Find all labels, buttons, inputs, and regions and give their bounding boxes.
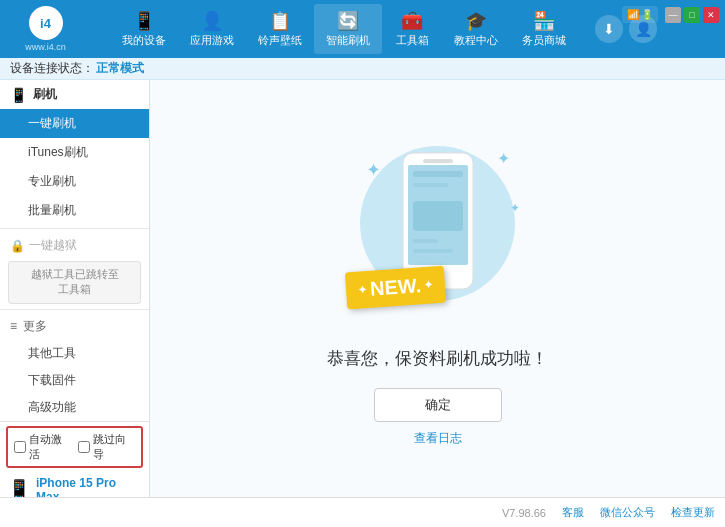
check-update-link[interactable]: 检查更新 (671, 505, 715, 520)
logo-text: i4 (40, 16, 51, 31)
confirm-button-label: 确定 (425, 397, 451, 412)
checkbox-row: 自动激活 跳过向导 (6, 426, 143, 468)
nav-bar: 📱 我的设备 👤 应用游戏 📋 铃声壁纸 🔄 智能刷机 🧰 工具箱 🎓 教程中心… (93, 4, 595, 54)
skip-guide-label: 跳过向导 (93, 432, 136, 462)
sparkle-right-icon: ✦ (510, 201, 520, 215)
svg-rect-7 (413, 239, 438, 243)
minimize-btn[interactable]: — (665, 7, 681, 23)
window-icons-row: 📶 🔋 (622, 6, 658, 23)
more-section-label: 更多 (23, 318, 47, 335)
tutorials-icon: 🎓 (465, 10, 487, 32)
disabled-jailbreak-label: 一键越狱 (29, 237, 77, 254)
sidebar-item-pro-flash[interactable]: 专业刷机 (0, 167, 149, 196)
battery-icon: 🔋 (641, 9, 653, 20)
version-label: V7.98.66 (502, 507, 546, 519)
logo-area: i4 www.i4.cn (8, 6, 83, 52)
auto-activate-checkbox-label[interactable]: 自动激活 (14, 432, 72, 462)
svg-rect-2 (423, 159, 453, 163)
toolbox-icon: 🧰 (401, 10, 423, 32)
log-link[interactable]: 查看日志 (414, 430, 462, 447)
customer-service-link[interactable]: 客服 (562, 505, 584, 520)
sidebar-item-one-click-flash[interactable]: 一键刷机 (0, 109, 149, 138)
sidebar-item-download-firmware[interactable]: 下载固件 (0, 367, 149, 394)
log-link-label: 查看日志 (414, 431, 462, 445)
device-phone-icon: 📱 (8, 478, 30, 497)
sidebar-notice: 越狱工具已跳转至工具箱 (8, 261, 141, 304)
flash-section-icon: 📱 (10, 87, 27, 103)
confirm-button[interactable]: 确定 (374, 388, 502, 422)
sidebar-item-advanced[interactable]: 高级功能 (0, 394, 149, 421)
main-layout: 📱 刷机 一键刷机 iTunes刷机 专业刷机 批量刷机 🔒 一键越狱 越狱工具… (0, 80, 725, 497)
download-btn[interactable]: ⬇ (595, 15, 623, 43)
wechat-label: 微信公众号 (600, 506, 655, 518)
sidebar-item-batch-flash[interactable]: 批量刷机 (0, 196, 149, 225)
toolbox-label: 工具箱 (396, 33, 429, 48)
advanced-label: 高级功能 (28, 400, 76, 414)
logo-circle: i4 (29, 6, 63, 40)
status-label: 设备连接状态： (10, 60, 94, 77)
device-name: iPhone 15 Pro Max (36, 476, 141, 497)
one-click-flash-label: 一键刷机 (28, 116, 76, 130)
itunes-flash-label: iTunes刷机 (28, 145, 88, 159)
ringtones-label: 铃声壁纸 (258, 33, 302, 48)
sidebar-disabled-jailbreak: 🔒 一键越狱 (0, 232, 149, 259)
apps-games-icon: 👤 (201, 10, 223, 32)
skip-guide-checkbox-label[interactable]: 跳过向导 (78, 432, 136, 462)
pro-flash-label: 专业刷机 (28, 174, 76, 188)
sidebar-more-section: ≡ 更多 (0, 313, 149, 340)
new-badge: ✦ NEW. ✦ (344, 265, 445, 309)
logo-url: www.i4.cn (25, 42, 66, 52)
ringtones-icon: 📋 (269, 10, 291, 32)
lock-icon: 🔒 (10, 239, 25, 253)
new-badge-text: NEW. (369, 274, 422, 301)
sidebar: 📱 刷机 一键刷机 iTunes刷机 专业刷机 批量刷机 🔒 一键越狱 越狱工具… (0, 80, 150, 497)
device-item: 📱 iPhone 15 Pro Max 512GB iPhone (0, 472, 149, 497)
nav-item-service[interactable]: 🏪 务员商城 (510, 4, 578, 54)
customer-service-label: 客服 (562, 506, 584, 518)
check-update-label: 检查更新 (671, 506, 715, 518)
sidebar-divider-2 (0, 309, 149, 310)
svg-rect-6 (413, 201, 463, 231)
status-mode: 正常模式 (96, 60, 144, 77)
svg-rect-5 (413, 183, 448, 187)
status-bar: 设备连接状态： 正常模式 (0, 58, 725, 80)
more-section-icon: ≡ (10, 319, 17, 333)
wifi-icon: 📶 (627, 9, 639, 20)
smart-flash-label: 智能刷机 (326, 33, 370, 48)
auto-activate-checkbox[interactable] (14, 441, 26, 453)
nav-item-ringtones[interactable]: 📋 铃声壁纸 (246, 4, 314, 54)
service-icon: 🏪 (533, 10, 555, 32)
sidebar-flash-section: 📱 刷机 (0, 80, 149, 109)
tutorials-label: 教程中心 (454, 33, 498, 48)
device-info: iPhone 15 Pro Max 512GB iPhone (36, 476, 141, 497)
notice-text: 越狱工具已跳转至工具箱 (31, 268, 119, 295)
batch-flash-label: 批量刷机 (28, 203, 76, 217)
flash-section-label: 刷机 (33, 86, 57, 103)
bottom-right: V7.98.66 客服 微信公众号 检查更新 (502, 505, 715, 520)
auto-activate-label: 自动激活 (29, 432, 72, 462)
nav-item-apps-games[interactable]: 👤 应用游戏 (178, 4, 246, 54)
sparkle-top-right-icon: ✦ (497, 149, 510, 168)
service-label: 务员商城 (522, 33, 566, 48)
wechat-link[interactable]: 微信公众号 (600, 505, 655, 520)
apps-games-label: 应用游戏 (190, 33, 234, 48)
svg-rect-8 (413, 249, 453, 253)
sidebar-item-other-tools[interactable]: 其他工具 (0, 340, 149, 367)
success-image-area: ✦ ✦ ✦ ✦ NEW. ✦ (338, 131, 538, 331)
sidebar-bottom: 自动激活 跳过向导 📱 iPhone 15 Pro Max 512GB iPho… (0, 421, 149, 497)
sidebar-divider-1 (0, 228, 149, 229)
nav-item-tutorials[interactable]: 🎓 教程中心 (442, 4, 510, 54)
other-tools-label: 其他工具 (28, 346, 76, 360)
new-star-right-icon: ✦ (423, 278, 433, 292)
bottom-bar: V7.98.66 客服 微信公众号 检查更新 (0, 497, 725, 527)
my-device-icon: 📱 (133, 10, 155, 32)
nav-item-my-device[interactable]: 📱 我的设备 (110, 4, 178, 54)
skip-guide-checkbox[interactable] (78, 441, 90, 453)
success-message: 恭喜您，保资料刷机成功啦！ (327, 349, 548, 368)
nav-item-toolbox[interactable]: 🧰 工具箱 (382, 4, 442, 54)
sidebar-item-itunes-flash[interactable]: iTunes刷机 (0, 138, 149, 167)
close-btn[interactable]: ✕ (703, 7, 719, 23)
maximize-btn[interactable]: □ (684, 7, 700, 23)
new-star-left-icon: ✦ (357, 283, 367, 297)
nav-item-smart-flash[interactable]: 🔄 智能刷机 (314, 4, 382, 54)
